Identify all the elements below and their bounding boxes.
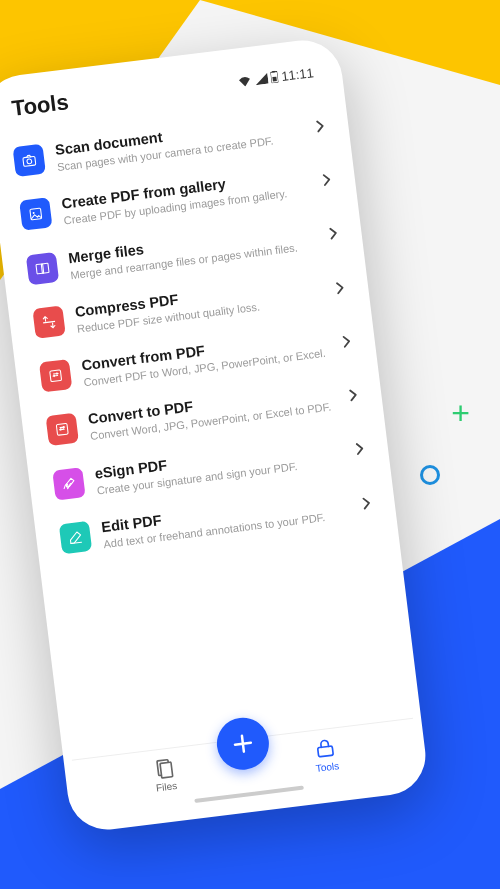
chevron-right-icon [342, 334, 352, 348]
svg-rect-1 [273, 71, 276, 73]
nav-tools[interactable]: Tools [243, 728, 408, 782]
chevron-right-icon [322, 173, 332, 187]
tools-icon [313, 736, 338, 761]
merge-icon [26, 251, 59, 284]
phone-frame: Tools 11:11 Scan document Scan pages wit… [0, 36, 430, 834]
convert-icon [46, 413, 79, 446]
camera-icon [13, 144, 46, 177]
nav-tools-label: Tools [315, 760, 340, 774]
decor-circle-icon [420, 465, 440, 485]
compress-icon [32, 305, 65, 338]
battery-icon [271, 70, 279, 83]
chevron-right-icon [335, 281, 345, 295]
wifi-icon [237, 74, 253, 87]
decor-plus-icon: + [451, 395, 470, 432]
svg-rect-9 [43, 321, 55, 324]
page-title: Tools [10, 89, 70, 122]
svg-point-6 [33, 212, 35, 214]
plus-icon [230, 730, 257, 757]
chevron-right-icon [329, 227, 339, 241]
status-time: 11:11 [280, 65, 314, 84]
nav-files-label: Files [155, 780, 177, 793]
image-icon [19, 198, 52, 231]
signal-icon [255, 72, 269, 85]
chevron-right-icon [355, 442, 365, 456]
chevron-right-icon [315, 119, 325, 133]
status-icons: 11:11 [237, 65, 315, 89]
sign-icon [52, 467, 85, 500]
svg-rect-2 [273, 77, 278, 82]
tools-list[interactable]: Scan document Scan pages with your camer… [0, 88, 413, 759]
chevron-right-icon [362, 496, 372, 510]
svg-rect-13 [160, 762, 173, 778]
svg-point-4 [27, 159, 32, 164]
phone-screen: Tools 11:11 Scan document Scan pages wit… [0, 45, 421, 825]
svg-rect-3 [23, 156, 36, 166]
convert-icon [39, 359, 72, 392]
svg-rect-14 [318, 746, 334, 757]
files-icon [152, 756, 177, 781]
chevron-right-icon [348, 388, 358, 402]
edit-icon [59, 521, 92, 554]
